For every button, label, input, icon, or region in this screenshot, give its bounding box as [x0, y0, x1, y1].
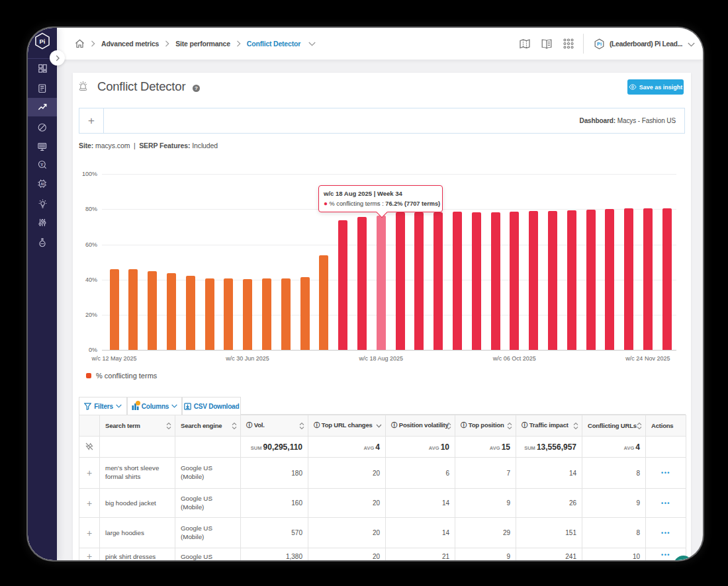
- svg-text:AI: AI: [40, 182, 44, 186]
- svg-text:T: T: [40, 162, 44, 167]
- svg-text:Pi: Pi: [597, 41, 602, 47]
- svg-text:Pi: Pi: [40, 38, 46, 45]
